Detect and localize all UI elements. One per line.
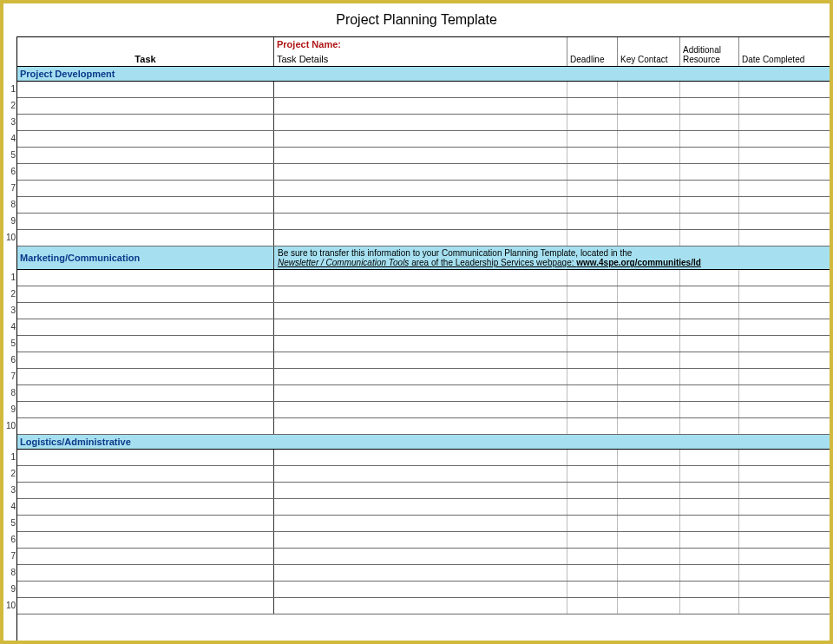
cell[interactable] [17, 82, 274, 97]
cell[interactable] [567, 466, 618, 482]
cell[interactable] [17, 418, 274, 434]
cell[interactable] [680, 286, 739, 302]
cell[interactable] [618, 319, 680, 335]
cell[interactable] [618, 418, 680, 434]
cell[interactable] [17, 197, 274, 213]
cell[interactable] [274, 352, 567, 368]
cell[interactable] [618, 98, 680, 114]
cell[interactable] [567, 418, 618, 434]
cell[interactable] [680, 115, 739, 130]
cell[interactable] [567, 369, 618, 384]
cell[interactable] [680, 98, 739, 114]
cell[interactable] [17, 499, 274, 515]
cell[interactable] [274, 230, 567, 246]
cell[interactable] [567, 164, 618, 180]
cell[interactable] [739, 450, 830, 465]
cell[interactable] [739, 466, 830, 482]
cell[interactable] [274, 286, 567, 302]
cell[interactable] [618, 450, 680, 465]
table-row[interactable] [17, 385, 830, 402]
cell[interactable] [17, 549, 274, 564]
table-row[interactable] [17, 352, 830, 369]
table-row[interactable] [17, 303, 830, 319]
table-row[interactable] [17, 115, 830, 131]
cell[interactable] [618, 181, 680, 196]
cell[interactable] [274, 181, 567, 196]
cell[interactable] [567, 230, 618, 246]
cell[interactable] [17, 352, 274, 368]
cell[interactable] [680, 336, 739, 352]
cell[interactable] [274, 499, 567, 515]
cell[interactable] [618, 286, 680, 302]
cell[interactable] [618, 115, 680, 130]
cell[interactable] [739, 82, 830, 97]
cell[interactable] [739, 516, 830, 531]
cell[interactable] [17, 131, 274, 147]
cell[interactable] [274, 450, 567, 465]
cell[interactable] [274, 565, 567, 581]
cell[interactable] [274, 385, 567, 401]
cell[interactable] [567, 565, 618, 581]
cell[interactable] [274, 483, 567, 498]
cell[interactable] [567, 148, 618, 163]
cell[interactable] [567, 131, 618, 147]
cell[interactable] [17, 98, 274, 114]
table-row[interactable] [17, 565, 830, 582]
cell[interactable] [274, 164, 567, 180]
cell[interactable] [274, 402, 567, 417]
cell[interactable] [680, 532, 739, 548]
cell[interactable] [274, 98, 567, 114]
cell[interactable] [618, 402, 680, 417]
cell[interactable] [618, 303, 680, 319]
cell[interactable] [739, 303, 830, 319]
cell[interactable] [567, 352, 618, 368]
cell[interactable] [618, 466, 680, 482]
cell[interactable] [274, 466, 567, 482]
cell[interactable] [680, 319, 739, 335]
cell[interactable] [17, 565, 274, 581]
cell[interactable] [739, 483, 830, 498]
cell[interactable] [567, 98, 618, 114]
cell[interactable] [17, 303, 274, 319]
cell[interactable] [680, 402, 739, 417]
cell[interactable] [680, 214, 739, 229]
cell[interactable] [17, 336, 274, 352]
cell[interactable] [274, 582, 567, 597]
cell[interactable] [618, 82, 680, 97]
table-row[interactable] [17, 336, 830, 352]
table-row[interactable] [17, 82, 830, 98]
cell[interactable] [618, 148, 680, 163]
cell[interactable] [680, 270, 739, 286]
cell[interactable] [680, 230, 739, 246]
table-row[interactable] [17, 450, 830, 466]
cell[interactable] [739, 549, 830, 564]
cell[interactable] [567, 115, 618, 130]
cell[interactable] [274, 115, 567, 130]
cell[interactable] [739, 352, 830, 368]
cell[interactable] [17, 319, 274, 335]
cell[interactable] [618, 499, 680, 515]
cell[interactable] [680, 197, 739, 213]
table-row[interactable] [17, 582, 830, 598]
cell[interactable] [567, 214, 618, 229]
cell[interactable] [680, 164, 739, 180]
cell[interactable] [274, 270, 567, 286]
table-row[interactable] [17, 164, 830, 181]
cell[interactable] [274, 516, 567, 531]
cell[interactable] [739, 418, 830, 434]
cell[interactable] [567, 532, 618, 548]
cell[interactable] [274, 549, 567, 564]
cell[interactable] [739, 230, 830, 246]
cell[interactable] [274, 303, 567, 319]
cell[interactable] [739, 214, 830, 229]
cell[interactable] [618, 582, 680, 597]
cell[interactable] [618, 131, 680, 147]
cell[interactable] [680, 516, 739, 531]
cell[interactable] [17, 466, 274, 482]
cell[interactable] [680, 181, 739, 196]
cell[interactable] [739, 598, 830, 614]
cell[interactable] [274, 598, 567, 614]
cell[interactable] [618, 164, 680, 180]
cell[interactable] [739, 565, 830, 581]
cell[interactable] [618, 197, 680, 213]
